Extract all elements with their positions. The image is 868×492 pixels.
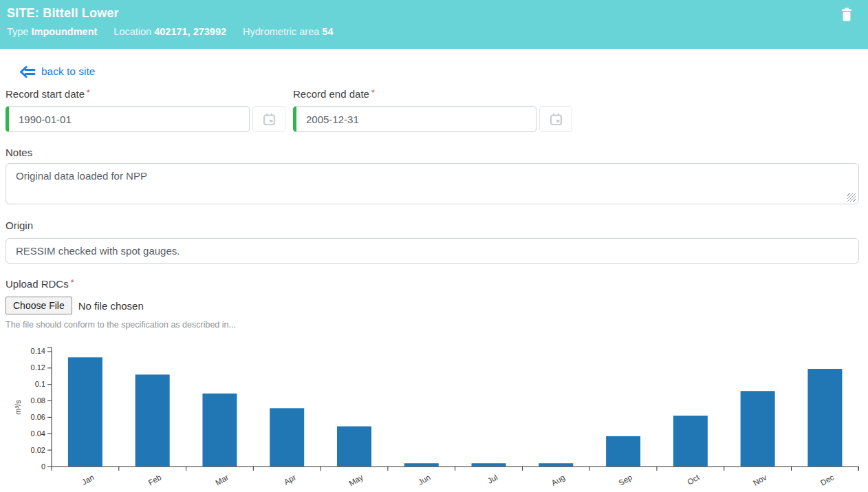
chart-bar	[202, 394, 237, 467]
y-tick-label: 0.12	[31, 363, 45, 372]
end-date-label: Record end date*	[293, 88, 375, 100]
page-title: SITE: Bittell Lower	[7, 6, 860, 21]
file-upload-row: Choose File No file chosen	[6, 297, 144, 314]
y-tick-label: 0	[41, 462, 45, 471]
notes-textarea[interactable]: Original data loaded for NPP	[6, 163, 859, 204]
origin-label: Origin	[6, 220, 33, 231]
monthly-flow-chart: 00.020.040.060.080.10.120.14JanFebMarApr…	[0, 341, 868, 492]
chart-bar	[68, 357, 102, 467]
upload-label: Upload RDCs*	[6, 278, 74, 290]
delete-record-button[interactable]	[840, 8, 853, 23]
x-tick-label: Dec	[819, 473, 836, 487]
x-tick-label: Jun	[417, 473, 432, 486]
site-meta: Type Impoundment Location 402171, 273992…	[7, 26, 860, 37]
back-to-site-link[interactable]: back to site	[19, 65, 95, 78]
start-date-group	[6, 106, 285, 132]
end-date-input[interactable]	[293, 106, 536, 132]
x-tick-label: Apr	[283, 473, 298, 486]
y-tick-label: 0.1	[35, 380, 45, 388]
x-tick-label: May	[347, 473, 365, 487]
site-header: SITE: Bittell Lower Type Impoundment Loc…	[0, 0, 868, 49]
origin-input[interactable]	[6, 238, 859, 264]
start-date-calendar-button[interactable]	[252, 106, 285, 132]
y-tick-label: 0.14	[31, 347, 45, 355]
chart-bar	[741, 391, 775, 467]
chart-bar	[539, 463, 573, 467]
y-tick-label: 0.06	[31, 413, 45, 421]
required-asterisk: *	[87, 88, 90, 98]
trash-icon	[840, 8, 853, 23]
x-tick-label: Mar	[214, 473, 230, 486]
back-arrow-icon	[19, 66, 36, 78]
choose-file-button[interactable]: Choose File	[6, 297, 72, 314]
site-location: Location 402171, 273992	[113, 26, 226, 37]
calendar-icon	[550, 113, 563, 126]
x-tick-label: Jul	[486, 473, 499, 485]
y-tick-label: 0.02	[31, 446, 45, 454]
end-date-group	[293, 106, 572, 132]
notes-label: Notes	[6, 147, 32, 158]
chart-bar	[673, 416, 708, 467]
x-tick-label: Feb	[147, 473, 162, 486]
required-asterisk: *	[71, 278, 74, 288]
y-tick-label: 0.08	[31, 396, 45, 405]
x-tick-label: Nov	[752, 473, 768, 487]
chart-bar	[135, 374, 170, 467]
back-link-label: back to site	[41, 65, 95, 78]
calendar-icon	[263, 113, 276, 126]
file-status-text: No file chosen	[78, 300, 144, 312]
chart-bar	[404, 463, 439, 467]
chart-bar	[807, 369, 842, 467]
end-date-calendar-button[interactable]	[539, 106, 572, 132]
chart-bar	[472, 463, 506, 467]
x-tick-label: Oct	[686, 473, 701, 486]
chart-bar	[606, 436, 640, 467]
upload-help-text: The file should conform to the specifica…	[6, 320, 236, 330]
y-tick-label: 0.04	[31, 429, 45, 438]
x-tick-label: Jan	[80, 473, 96, 486]
chart-bar	[337, 427, 371, 467]
x-tick-label: Aug	[550, 473, 567, 487]
site-type: Type Impoundment	[7, 26, 97, 37]
site-hydrometric-area: Hydrometric area 54	[243, 26, 333, 37]
required-asterisk: *	[371, 88, 375, 98]
y-axis-label: m³/s	[14, 400, 22, 415]
chart-bar	[270, 408, 304, 467]
start-date-input[interactable]	[6, 106, 250, 132]
x-tick-label: Sep	[617, 473, 633, 487]
start-date-label: Record start date*	[6, 88, 90, 100]
